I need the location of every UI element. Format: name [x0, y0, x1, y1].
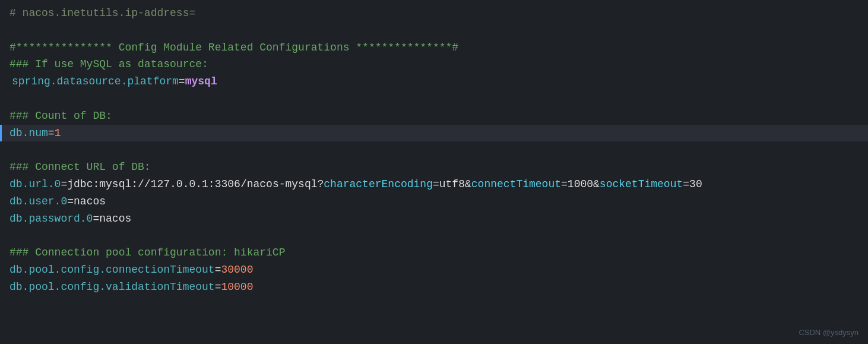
line-blank-3	[0, 141, 868, 159]
key-dbpassword: db.password.0	[9, 210, 93, 228]
heading-count: ### Count of DB:	[9, 108, 112, 125]
code-editor: # nacos.inetutils.ip-address= #*********…	[0, 0, 868, 344]
value-password: nacos	[99, 210, 131, 228]
param-connectTimeout-key: connectTimeout	[471, 176, 561, 193]
line-db-user: db.user.0=nacos	[0, 193, 868, 210]
equals-param2: =	[561, 176, 568, 193]
param-socketTimeout-key: socketTimeout	[600, 176, 683, 193]
key-pool-connect: db.pool.config.connectionTimeout	[9, 261, 215, 279]
value-validation-timeout: 10000	[221, 279, 253, 296]
comment-text: # nacos.inetutils.ip-address=	[9, 5, 195, 22]
line-mysql-comment: ### If use MySQL as datasource:	[0, 56, 868, 73]
equals: =	[179, 73, 185, 90]
line-connect-url-comment: ### Connect URL of DB:	[0, 159, 868, 176]
key-dbuser: db.user.0	[9, 193, 67, 210]
key-dburl: db.url.0	[9, 176, 61, 193]
value-connect-timeout: 30000	[221, 261, 253, 279]
heading-pool: ### Connection pool configuration: hikar…	[9, 244, 285, 261]
param-connectTimeout-val: 1000&	[568, 176, 600, 193]
param-characterEncoding-key: characterEncoding	[324, 176, 433, 193]
key-pool-validation: db.pool.config.validationTimeout	[9, 279, 215, 296]
line-db-password: db.password.0=nacos	[0, 210, 868, 228]
param-socketTimeout-val: 30	[689, 176, 702, 193]
line-blank-4	[0, 227, 868, 244]
param-characterEncoding-val: utf8&	[439, 176, 471, 193]
line-count-comment: ### Count of DB:	[0, 108, 868, 125]
equals: =	[93, 210, 99, 228]
equals-param: =	[433, 176, 439, 193]
line-spring-datasource: spring.datasource.platform=mysql	[0, 73, 868, 90]
heading-text: #*************** Config Module Related C…	[9, 39, 458, 56]
key-spring: spring.datasource.platform	[12, 73, 179, 90]
heading-rest: datasource:	[131, 56, 208, 73]
value-mysql: mysql	[185, 73, 217, 90]
equals-param3: =	[683, 176, 689, 193]
value-num: 1	[55, 125, 61, 142]
line-db-num: db.num=1	[0, 125, 868, 142]
as-keyword: as	[119, 56, 132, 73]
watermark: CSDN @ysdysyn	[799, 327, 859, 339]
line-pool-comment: ### Connection pool configuration: hikar…	[0, 244, 868, 261]
equals: =	[61, 176, 67, 193]
key-dbnum: db.num	[9, 125, 48, 142]
equals: =	[48, 125, 55, 142]
line-pool-validation-timeout: db.pool.config.validationTimeout=10000	[0, 279, 868, 296]
line-nacos-inetutils: # nacos.inetutils.ip-address=	[0, 5, 868, 22]
line-blank-1	[0, 22, 868, 39]
url-prefix: jdbc:mysql://127.0.0.1:3306/nacos-mysql?	[67, 176, 324, 193]
line-pool-connect-timeout: db.pool.config.connectionTimeout=30000	[0, 261, 868, 279]
equals: =	[215, 279, 221, 296]
line-blank-2	[0, 90, 868, 108]
line-config-header: #*************** Config Module Related C…	[0, 39, 868, 56]
heading-url: ### Connect URL of DB:	[9, 159, 151, 176]
line-db-url: db.url.0=jdbc:mysql://127.0.0.1:3306/nac…	[0, 176, 868, 193]
equals: =	[67, 193, 74, 210]
value-user: nacos	[74, 193, 106, 210]
equals: =	[215, 261, 221, 279]
heading-text: ### If use MySQL	[9, 56, 119, 73]
